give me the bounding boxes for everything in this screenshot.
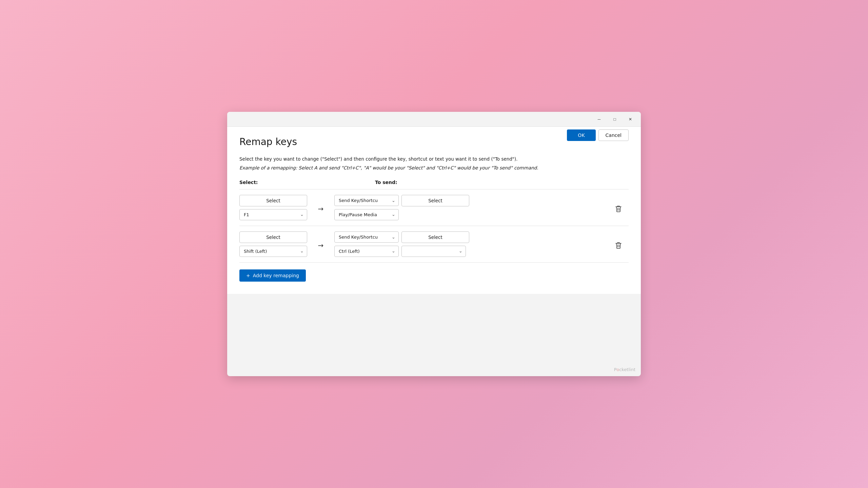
table-row: Select Shift (Left) → xyxy=(239,226,629,263)
plus-icon: + xyxy=(246,273,250,278)
columns-header: Select: To send: xyxy=(239,180,629,185)
row1-select-dropdown[interactable]: F1 xyxy=(239,209,307,220)
cancel-button[interactable]: Cancel xyxy=(598,129,629,141)
dialog-content: Remap keys OK Cancel Select the key you … xyxy=(227,127,641,294)
row1-send-type-wrap: Send Key/Shortcu xyxy=(334,195,399,206)
watermark: Pocketlint xyxy=(614,367,635,372)
ok-button[interactable]: OK xyxy=(567,129,595,141)
row1-send-key-button[interactable]: Select xyxy=(401,195,469,206)
row2-select-col: Select Shift (Left) xyxy=(239,231,307,257)
row2-send-key-button[interactable]: Select xyxy=(401,231,469,243)
instruction-main: Select the key you want to change ("Sele… xyxy=(239,156,629,162)
close-button[interactable]: ✕ xyxy=(623,114,638,125)
row2-send-type-dropdown[interactable]: Send Key/Shortcu xyxy=(334,231,399,243)
row1-send-type-dropdown[interactable]: Send Key/Shortcu xyxy=(334,195,399,206)
table-row: Select F1 → Send xyxy=(239,189,629,226)
row2-send-type-wrap: Send Key/Shortcu xyxy=(334,231,399,243)
row1-send-group: Send Key/Shortcu Select Play/Pause Media xyxy=(334,195,469,220)
row1-select-dropdown-wrap: F1 xyxy=(239,209,307,220)
minimize-button[interactable]: ─ xyxy=(591,114,607,125)
select-column-header: Select: xyxy=(239,180,348,185)
maximize-button[interactable]: □ xyxy=(607,114,623,125)
remap-keys-window: ─ □ ✕ Remap keys OK Cancel Select the ke… xyxy=(227,112,641,376)
row1-delete-col xyxy=(608,201,629,214)
action-buttons: OK Cancel xyxy=(567,129,629,141)
row2-send-group: Send Key/Shortcu Select Ctrl (Left) xyxy=(334,231,469,257)
row1-arrow: → xyxy=(307,202,334,213)
trash-icon xyxy=(615,242,622,249)
row1-send-row1: Send Key/Shortcu Select xyxy=(334,195,469,206)
row2-arrow: → xyxy=(307,239,334,249)
row1-send-col: Send Key/Shortcu Select Play/Pause Media xyxy=(334,195,608,220)
row2-send-row1: Send Key/Shortcu Select xyxy=(334,231,469,243)
row1-select-button[interactable]: Select xyxy=(239,195,307,206)
instruction-example: Example of a remapping: Select A and sen… xyxy=(239,164,629,171)
row2-send-key-wrap: Ctrl (Left) xyxy=(334,246,399,257)
row2-send-extra-wrap xyxy=(401,246,466,257)
row1-send-row2: Play/Pause Media xyxy=(334,209,469,220)
title-bar-controls: ─ □ ✕ xyxy=(591,114,638,125)
row2-send-row2: Ctrl (Left) xyxy=(334,246,469,257)
row2-delete-button[interactable] xyxy=(613,240,624,251)
row2-delete-col xyxy=(608,237,629,251)
add-button-label: Add key remapping xyxy=(253,273,299,278)
title-bar: ─ □ ✕ xyxy=(227,112,641,127)
row2-send-col: Send Key/Shortcu Select Ctrl (Left) xyxy=(334,231,608,257)
add-key-remapping-button[interactable]: + Add key remapping xyxy=(239,269,306,282)
trash-icon xyxy=(615,205,622,212)
row1-select-col: Select F1 xyxy=(239,195,307,220)
tosend-column-header: To send: xyxy=(375,180,397,185)
row1-delete-button[interactable] xyxy=(613,203,624,214)
row2-send-extra-dropdown[interactable] xyxy=(401,246,466,257)
row2-select-dropdown[interactable]: Shift (Left) xyxy=(239,246,307,257)
row2-send-key-dropdown[interactable]: Ctrl (Left) xyxy=(334,246,399,257)
row1-send-key-dropdown[interactable]: Play/Pause Media xyxy=(334,209,399,220)
remapping-list: Select F1 → Send xyxy=(239,189,629,263)
row2-select-dropdown-wrap: Shift (Left) xyxy=(239,246,307,257)
row2-select-button[interactable]: Select xyxy=(239,231,307,243)
watermark-highlight: o xyxy=(616,367,619,372)
row1-send-key-wrap: Play/Pause Media xyxy=(334,209,399,220)
